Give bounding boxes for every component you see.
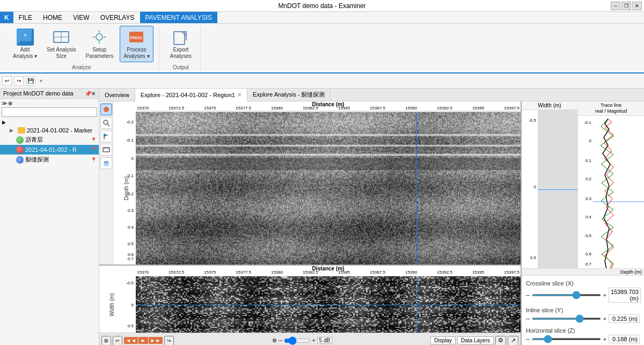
- sidebar-close-icon[interactable]: ✕: [91, 91, 96, 97]
- menu-overlays[interactable]: OVERLAYS: [95, 12, 140, 23]
- tab-explore-close-icon[interactable]: ✕: [237, 92, 241, 98]
- btick-15370: 15370: [137, 270, 149, 275]
- green-dot-icon: [16, 136, 24, 144]
- ribbon-group-output: Export Analyses Output: [162, 26, 201, 70]
- process-label: Process Analyses ▾: [123, 47, 149, 60]
- tree-item-region[interactable]: 2021-04-01-002 - R 📍: [0, 145, 99, 155]
- undo-button[interactable]: ↩: [2, 76, 12, 86]
- trace-depth-0.3: 0.3: [586, 196, 591, 201]
- export-analyses-button[interactable]: Export Analyses: [167, 26, 195, 62]
- pointer-tool-button[interactable]: [100, 104, 112, 115]
- content-area: Overview Explore - 2021-04-01-002 - Regi…: [99, 89, 644, 345]
- workspace: Distance (m) 15370 15372.5 15375 15377.5…: [99, 101, 644, 345]
- radargramm-with-depth: Depth (m) -0.2 -0.1 0 0.1 0.2 0.3 0.4 0.…: [113, 112, 521, 265]
- btick-15380: 15380: [271, 270, 283, 275]
- folder-expand-icon: ▶: [10, 128, 16, 133]
- trace-depth-0.4: 0.4: [586, 215, 591, 219]
- gain-icon: ⚙: [272, 337, 277, 343]
- tree-item-folder1[interactable]: ▶ 2021-04-01-002 - Marker: [8, 126, 99, 135]
- depth-tick-0.7: 0.7: [128, 256, 134, 261]
- flag-tool-button[interactable]: [100, 130, 112, 142]
- window-controls: ─ ❐ ✕: [611, 2, 642, 10]
- add-analysis-icon: +: [17, 28, 34, 46]
- depth-axis-left: Depth (m) -0.2 -0.1 0 0.1 0.2 0.3 0.4 0.…: [113, 112, 136, 265]
- set-size-label: Set Analysis Size: [47, 47, 76, 60]
- measure-tool-button[interactable]: [100, 144, 112, 156]
- bottom-distance-axis: Distance (m) 15370 15372.5 15375 15377.5…: [136, 266, 521, 276]
- depth-tick-0: 0: [131, 156, 134, 161]
- tab-bar: Overview Explore - 2021-04-01-002 - Regi…: [99, 89, 644, 101]
- set-analysis-size-button[interactable]: Set Analysis Size: [43, 26, 79, 62]
- trace-depth-0.2: 0.2: [586, 177, 591, 181]
- add-analysis-label: Add Analysis ▾: [13, 47, 37, 60]
- width-tick--0.5: -0.5: [126, 281, 134, 285]
- tick-15372: 15372.5: [169, 106, 184, 111]
- play-bwd-button[interactable]: ◄◄: [124, 337, 138, 344]
- nav-next-button[interactable]: ↪: [164, 336, 174, 346]
- setup-parameters-button[interactable]: Setup Parameters: [83, 26, 117, 62]
- close-button[interactable]: ✕: [632, 2, 642, 10]
- asphalt-label: 沥青层: [25, 136, 89, 144]
- save-button[interactable]: 💾: [26, 76, 35, 86]
- minimize-button[interactable]: ─: [611, 2, 620, 10]
- radar-image-container[interactable]: [136, 112, 521, 265]
- play-fwd-button[interactable]: ►►: [149, 337, 163, 344]
- tree-root-expand[interactable]: ▶: [0, 119, 99, 126]
- tab-analysis[interactable]: Explore Analysis - 裂缝探测: [247, 89, 331, 101]
- bottom-slice-view: Width (m) -0.5 0 0.5: [99, 276, 521, 333]
- tab-explore-label: Explore - 2021-04-01-002 - Region1: [141, 92, 235, 98]
- data-layers-button[interactable]: Data Layers: [457, 336, 494, 344]
- horizontal-slice-row: Horizontal slice (Z) ─ + 0.188 (m): [526, 327, 640, 343]
- horizontal-slider[interactable]: [532, 338, 601, 340]
- tab-overview[interactable]: Overview: [99, 89, 135, 101]
- tick-15375: 15375: [204, 106, 216, 111]
- sidebar-pin-icon[interactable]: 📌: [85, 91, 91, 97]
- tree-item-crack[interactable]: 裂缝探测 📍: [0, 155, 99, 165]
- add-analysis-button[interactable]: + Add Analysis ▾: [10, 26, 40, 62]
- horizontal-label: Horizontal slice (Z): [526, 327, 640, 334]
- crossline-slider[interactable]: [532, 294, 601, 296]
- inline-slider[interactable]: [532, 318, 601, 320]
- width-crosshair-h: [136, 305, 521, 305]
- inline-plus-icon: +: [603, 316, 606, 322]
- trace-depth--0.1: -0.1: [584, 120, 591, 125]
- radargramm-area: Distance (m) 15370 15372.5 15375 15377.5…: [113, 101, 521, 265]
- folder-icon: [18, 127, 25, 134]
- viz-toolbar: [99, 101, 113, 265]
- sliders-panel: Crossline slice (X) ─ + 15389.703 (m) In…: [522, 276, 644, 345]
- horizontal-minus-icon: ─: [526, 336, 530, 342]
- svg-rect-12: [174, 32, 185, 45]
- depth-tick-0.2: 0.2: [128, 192, 134, 196]
- tab-explore[interactable]: Explore - 2021-04-01-002 - Region1 ✕: [135, 89, 247, 101]
- menu-pavement-analysis[interactable]: PAVEMENT ANALYSIS: [140, 12, 218, 23]
- play-button[interactable]: ►: [138, 337, 148, 344]
- nav-prev-button[interactable]: ⊞: [101, 336, 111, 346]
- menu-file[interactable]: FILE: [13, 12, 38, 23]
- nav-back-button[interactable]: ↩: [113, 336, 122, 346]
- btick-15377: 15377.5: [236, 270, 251, 275]
- ribbon-buttons-output: Export Analyses: [167, 26, 195, 62]
- bottom-slice-image[interactable]: [136, 276, 521, 333]
- menu-view[interactable]: VIEW: [68, 12, 95, 23]
- zoom-tool-button[interactable]: [100, 117, 112, 129]
- settings-icon-button[interactable]: ⚙: [495, 336, 506, 346]
- export-icon-button[interactable]: ↗: [508, 336, 518, 346]
- depth-tick-0.1: 0.1: [128, 173, 134, 178]
- process-analyses-button[interactable]: PROC Process Analyses ▾: [120, 26, 153, 62]
- gain-slider[interactable]: [284, 336, 311, 345]
- title-text: MnDOT demo data - Examiner: [278, 2, 365, 10]
- menu-k[interactable]: K: [0, 12, 13, 23]
- restore-button[interactable]: ❐: [621, 2, 631, 10]
- svg-point-14: [104, 107, 109, 112]
- inline-track: ─ + 0.225 (m): [526, 314, 640, 323]
- sidebar-search-input[interactable]: [2, 107, 97, 117]
- playback-controls: ◄◄ ► ►►: [124, 337, 163, 344]
- blue-dot-icon: [16, 156, 24, 164]
- width-right-axis: -0.5 0 0.5: [522, 110, 538, 268]
- svg-point-5: [96, 34, 103, 40]
- redo-button[interactable]: ↪: [14, 76, 24, 86]
- tree-item-asphalt[interactable]: 沥青层 📍: [0, 135, 99, 145]
- menu-home[interactable]: HOME: [38, 12, 68, 23]
- layer-tool-button[interactable]: [100, 157, 112, 169]
- display-button[interactable]: Display: [430, 336, 456, 344]
